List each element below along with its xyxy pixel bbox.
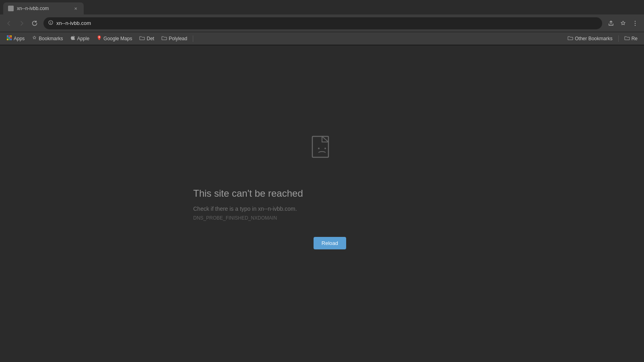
bookmark-bookmarks[interactable]: Bookmarks: [29, 34, 66, 43]
bookmark-other-label: Other Bookmarks: [575, 36, 612, 41]
bookmarks-bar: Apps Bookmarks Apple: [0, 32, 644, 45]
more-button[interactable]: [630, 18, 641, 29]
bookmark-apps[interactable]: Apps: [3, 33, 28, 43]
browser-chrome: xn--n-ivbb.com ✕: [0, 0, 644, 45]
bookmark-maps-label: Google Maps: [103, 36, 132, 41]
bookmarks-separator: [193, 35, 193, 42]
folder-polylead-icon: [161, 35, 167, 41]
bookmark-polylead-label: Polylead: [169, 36, 187, 41]
svg-point-18: [99, 37, 100, 38]
bookmark-bookmarks-label: Bookmarks: [39, 36, 63, 41]
share-button[interactable]: [605, 18, 617, 29]
svg-rect-17: [10, 39, 12, 41]
tab-bar: xn--n-ivbb.com ✕: [0, 0, 644, 14]
apps-grid-icon: [6, 35, 12, 42]
reload-page-button[interactable]: Reload: [314, 237, 346, 249]
folder-re-icon: [624, 35, 630, 41]
svg-rect-16: [8, 39, 10, 41]
svg-point-21: [324, 148, 326, 149]
address-bar[interactable]: xn--n-ivbb.com: [43, 17, 602, 29]
svg-rect-13: [8, 37, 10, 39]
forward-button[interactable]: [16, 18, 27, 29]
bookmark-page-button[interactable]: [617, 18, 629, 29]
svg-point-7: [635, 23, 636, 23]
svg-rect-12: [7, 37, 8, 39]
svg-rect-15: [7, 39, 8, 41]
bookmark-google-maps[interactable]: Google Maps: [93, 33, 135, 43]
error-title: This site can't be reached: [193, 188, 303, 199]
error-description: Check if there is a typo in xn--n-ivbb.c…: [193, 206, 297, 212]
bookmark-det[interactable]: Det: [136, 34, 157, 43]
svg-point-6: [635, 21, 636, 21]
error-icon-wrapper: [309, 135, 335, 175]
page-content: This site can't be reached Check if ther…: [0, 45, 644, 362]
star-icon: [32, 35, 37, 42]
url-text: xn--n-ivbb.com: [56, 20, 597, 26]
svg-rect-9: [7, 35, 8, 37]
active-tab[interactable]: xn--n-ivbb.com ✕: [3, 2, 84, 14]
bookmark-re-label: Re: [632, 36, 638, 41]
bookmark-re[interactable]: Re: [621, 34, 641, 43]
svg-rect-10: [8, 35, 10, 37]
bookmark-apple-label: Apple: [77, 36, 89, 41]
reload-button[interactable]: [29, 18, 40, 29]
tab-close-button[interactable]: ✕: [72, 5, 79, 12]
error-content: This site can't be reached Check if ther…: [193, 135, 451, 249]
bookmark-det-label: Det: [147, 36, 154, 41]
bookmarks-right-section: Other Bookmarks Re: [564, 34, 641, 43]
svg-point-20: [318, 148, 320, 149]
folder-det-icon: [139, 35, 145, 41]
svg-point-2: [10, 8, 12, 10]
error-sad-document-icon: [309, 135, 335, 160]
svg-point-8: [635, 25, 636, 25]
toolbar-actions: [605, 18, 641, 29]
svg-point-5: [50, 21, 51, 22]
folder-other-icon: [568, 35, 573, 41]
address-info-icon: [48, 20, 53, 26]
right-separator: [618, 35, 619, 42]
maps-icon: [97, 35, 102, 42]
toolbar: xn--n-ivbb.com: [0, 14, 644, 32]
tab-favicon: [8, 6, 14, 11]
apple-icon: [70, 35, 75, 42]
error-code: DNS_PROBE_FINISHED_NXDOMAIN: [193, 215, 277, 221]
bookmark-apps-label: Apps: [14, 36, 25, 41]
svg-rect-11: [10, 35, 12, 37]
bookmark-polylead[interactable]: Polylead: [158, 34, 190, 43]
back-button[interactable]: [3, 18, 14, 29]
bookmark-other[interactable]: Other Bookmarks: [564, 34, 615, 43]
svg-rect-14: [10, 37, 12, 39]
tab-title: xn--n-ivbb.com: [17, 6, 69, 11]
bookmark-apple[interactable]: Apple: [67, 33, 93, 43]
